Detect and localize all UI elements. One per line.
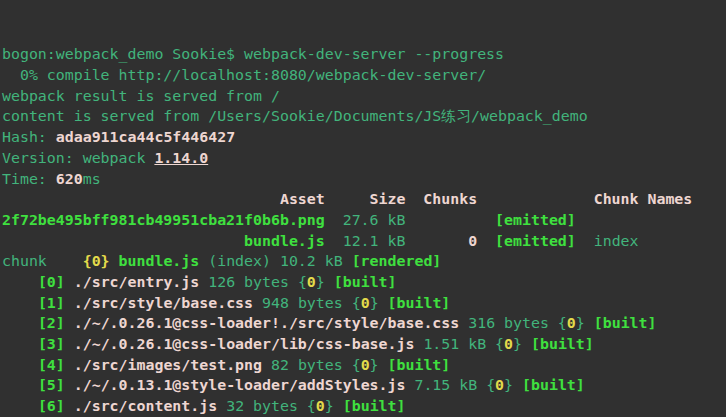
terminal-text-segment: [65, 397, 74, 415]
terminal-text-segment: content is served from /Users/Sookie/Doc…: [2, 107, 588, 125]
terminal-text-segment: 0: [495, 376, 504, 394]
terminal-text-segment: }: [325, 397, 343, 415]
terminal-text-segment: [2, 232, 244, 250]
terminal-text-segment: [477, 232, 495, 250]
terminal-text-segment: }: [504, 376, 522, 394]
terminal-text-segment: }: [513, 335, 531, 353]
terminal-text-segment: [emitted]: [495, 211, 576, 229]
terminal-text-segment: Time:: [2, 170, 56, 188]
terminal-text-segment: [65, 356, 74, 374]
terminal-text-segment: 0: [567, 314, 576, 332]
terminal-text-segment: ./src/images/test.png: [74, 356, 262, 374]
terminal-text-segment: [built]: [531, 335, 594, 353]
terminal-text-segment: 0: [316, 397, 325, 415]
terminal-text-segment: bogon:webpack_demo Sookie$ webpack-dev-s…: [2, 45, 504, 63]
terminal-text-segment: 82 bytes {: [262, 356, 361, 374]
terminal-text-segment: ./src/style/base.css: [74, 294, 253, 312]
terminal-text-segment: [4]: [38, 356, 65, 374]
terminal-line-16: [5] ./~/.0.13.1@style-loader/addStyles.j…: [2, 375, 726, 396]
terminal-text-segment: 32 bytes {: [217, 397, 316, 415]
terminal-line-15: [4] ./src/images/test.png 82 bytes {0} […: [2, 355, 726, 376]
terminal-text-segment: [3]: [38, 335, 65, 353]
terminal-text-segment: [2, 273, 38, 291]
terminal-text-segment: [2, 397, 38, 415]
terminal-text-segment: [emitted]: [495, 232, 576, 250]
terminal-text-segment: }: [316, 273, 334, 291]
terminal-text-segment: 27.6 kB: [325, 211, 495, 229]
terminal-text-segment: 948 bytes {: [253, 294, 361, 312]
terminal-text-segment: [2]: [38, 314, 65, 332]
terminal-line-3: content is served from /Users/Sookie/Doc…: [2, 106, 726, 127]
terminal-text-segment: [65, 294, 74, 312]
terminal-text-segment: [built]: [343, 397, 406, 415]
terminal-text-segment: [built]: [334, 273, 397, 291]
terminal-text-segment: 0: [361, 356, 370, 374]
terminal-line-17: [6] ./src/content.js 32 bytes {0} [built…: [2, 396, 726, 417]
terminal-text-segment: [65, 314, 74, 332]
terminal-line-5: Version: webpack 1.14.0: [2, 148, 726, 169]
terminal-text-segment: {0}: [83, 252, 110, 270]
terminal-text-segment: [2, 314, 38, 332]
terminal-line-13: [2] ./~/.0.26.1@css-loader!./src/style/b…: [2, 313, 726, 334]
terminal-text-segment: 1.51 kB {: [414, 335, 504, 353]
terminal-output: bogon:webpack_demo Sookie$ webpack-dev-s…: [2, 44, 726, 417]
terminal-text-segment: [65, 335, 74, 353]
terminal-text-segment: 0: [361, 294, 370, 312]
terminal-line-9: bundle.js 12.1 kB 0 [emitted] index: [2, 231, 726, 252]
terminal-text-segment: 620: [56, 170, 83, 188]
terminal-text-segment: [5]: [38, 376, 65, 394]
terminal-line-8: 2f72be495bff981cb49951cba21f0b6b.png 27.…: [2, 210, 726, 231]
terminal-text-segment: bundle.js: [119, 252, 200, 270]
terminal-text-segment: bundle.js: [244, 232, 325, 250]
terminal-text-segment: [built]: [522, 376, 585, 394]
terminal-text-segment: 12.1 kB: [325, 232, 468, 250]
terminal-text-segment: [rendered]: [352, 252, 442, 270]
terminal-text-segment: ./src/entry.js: [74, 273, 200, 291]
terminal-text-segment: 0: [468, 232, 477, 250]
terminal-window[interactable]: bogon:webpack_demo Sookie$ webpack-dev-s…: [0, 0, 726, 417]
terminal-text-segment: 0% compile http://localhost:8080/webpack…: [2, 66, 486, 84]
terminal-text-segment: [built]: [388, 356, 451, 374]
terminal-text-segment: 316 bytes {: [459, 314, 567, 332]
terminal-text-segment: 7.15 kB {: [405, 376, 495, 394]
terminal-text-segment: ./src/content.js: [74, 397, 217, 415]
terminal-text-segment: Version: webpack: [2, 149, 154, 167]
terminal-text-segment: ./~/.0.13.1@style-loader/addStyles.js: [74, 376, 406, 394]
terminal-line-1: 0% compile http://localhost:8080/webpack…: [2, 65, 726, 86]
terminal-text-segment: adaa911ca44c5f446427: [56, 128, 235, 146]
terminal-text-segment: [6]: [38, 397, 65, 415]
terminal-text-segment: 0: [504, 335, 513, 353]
terminal-line-11: [0] ./src/entry.js 126 bytes {0} [built]: [2, 272, 726, 293]
terminal-line-2: webpack result is served from /: [2, 86, 726, 107]
terminal-text-segment: [2, 376, 38, 394]
terminal-text-segment: [65, 273, 74, 291]
terminal-text-segment: ./~/.0.26.1@css-loader/lib/css-base.js: [74, 335, 415, 353]
terminal-text-segment: Asset Size Chunks Chunk Names: [2, 190, 692, 208]
terminal-text-segment: chunk: [2, 252, 83, 270]
terminal-line-14: [3] ./~/.0.26.1@css-loader/lib/css-base.…: [2, 334, 726, 355]
terminal-text-segment: 1.14.0: [154, 149, 208, 167]
terminal-text-segment: [110, 252, 119, 270]
terminal-text-segment: (index) 10.2 kB: [199, 252, 351, 270]
terminal-text-segment: }: [370, 294, 388, 312]
terminal-line-4: Hash: adaa911ca44c5f446427: [2, 127, 726, 148]
terminal-line-10: chunk {0} bundle.js (index) 10.2 kB [ren…: [2, 251, 726, 272]
terminal-text-segment: ./~/.0.26.1@css-loader!./src/style/base.…: [74, 314, 460, 332]
terminal-line-0: bogon:webpack_demo Sookie$ webpack-dev-s…: [2, 44, 726, 65]
terminal-text-segment: [1]: [38, 294, 65, 312]
terminal-line-6: Time: 620ms: [2, 169, 726, 190]
terminal-text-segment: Hash:: [2, 128, 56, 146]
terminal-text-segment: [0]: [38, 273, 65, 291]
terminal-text-segment: [2, 335, 38, 353]
terminal-text-segment: 0: [307, 273, 316, 291]
terminal-line-7: Asset Size Chunks Chunk Names: [2, 189, 726, 210]
terminal-text-segment: [built]: [594, 314, 657, 332]
terminal-text-segment: 126 bytes {: [199, 273, 307, 291]
terminal-text-segment: 2f72be495bff981cb49951cba21f0b6b.png: [2, 211, 325, 229]
terminal-text-segment: webpack result is served from /: [2, 87, 280, 105]
terminal-text-segment: [2, 294, 38, 312]
terminal-text-segment: index: [576, 232, 639, 250]
terminal-line-12: [1] ./src/style/base.css 948 bytes {0} […: [2, 293, 726, 314]
terminal-text-segment: [2, 356, 38, 374]
terminal-text-segment: ms: [83, 170, 101, 188]
